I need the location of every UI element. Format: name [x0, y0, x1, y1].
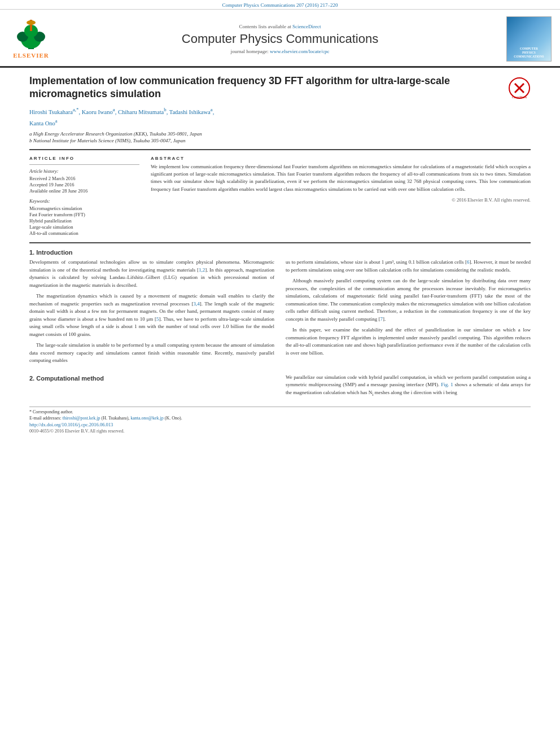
keyword-4: Large-scale simulation — [29, 224, 139, 230]
footnote-corresponding: * Corresponding author. — [29, 409, 531, 414]
intro-col-right: us to perform simulations, whose size is… — [286, 259, 531, 368]
author-tsukahara: Hiroshi Tsukahara — [29, 108, 73, 115]
svg-point-6 — [27, 20, 36, 25]
intro-p2: The magnetization dynamics which is caus… — [29, 292, 274, 338]
footnote-area: * Corresponding author. E-mail addresses… — [29, 407, 531, 434]
elsevier-logo: ELSEVIER — [11, 20, 51, 59]
intro-col2-p1: us to perform simulations, whose size is… — [286, 259, 531, 274]
author-mitsumata: Chiharu Mitsumata — [118, 108, 164, 115]
journal-cover-image: COMPUTER PHYSICS COMMUNICATIONS — [506, 16, 552, 62]
journal-title: Computer Physics Communications — [182, 32, 378, 46]
author-iwano: Kaoru Iwano — [82, 108, 113, 115]
issn-line: 0010-4655/© 2016 Elsevier B.V. All right… — [29, 429, 531, 434]
comp-method-col-left: 2. Computational method — [29, 374, 274, 401]
intro-heading: 1. Introduction — [29, 249, 531, 256]
divider-info — [29, 164, 139, 165]
info-abstract-section: ARTICLE INFO Article history: Received 2… — [29, 156, 531, 237]
article-info-col: ARTICLE INFO Article history: Received 2… — [29, 156, 139, 237]
article-title-section: Implementation of low communication freq… — [29, 75, 531, 101]
affiliation-a: a High Energy Accelerator Research Organ… — [29, 131, 531, 137]
footnote-email: E-mail addresses: thiroshi@post.kek.jp (… — [29, 416, 531, 421]
keywords-label: Keywords: — [29, 198, 139, 204]
email-link-ono[interactable]: kanta.ono@kek.jp — [130, 416, 163, 421]
comp-method-heading: 2. Computational method — [29, 374, 274, 383]
section-introduction: 1. Introduction Developments of computat… — [29, 249, 531, 368]
intro-col2-p3: In this paper, we examine the scalabilit… — [286, 326, 531, 357]
divider-body-start — [29, 242, 531, 243]
keyword-2: Fast Fourier transform (FFT) — [29, 212, 139, 217]
history-label: Article history: — [29, 168, 139, 174]
keyword-5: All-to-all communication — [29, 230, 139, 236]
comp-method-p1: We parallelize our simulation code with … — [286, 374, 531, 397]
elsevier-text: ELSEVIER — [13, 52, 49, 59]
affiliation-b: b National Institute for Materials Scien… — [29, 138, 531, 143]
comp-method-col-right: We parallelize our simulation code with … — [286, 374, 531, 401]
keyword-3: Hybrid parallelization — [29, 218, 139, 224]
authors-line: Hiroshi Tsukaharaa,*, Kaoru Iwanoa, Chih… — [29, 106, 531, 129]
contents-line: Contents lists available at ScienceDirec… — [239, 24, 321, 29]
article-info-label: ARTICLE INFO — [29, 156, 139, 161]
keyword-1: Micromagnetics simulation — [29, 206, 139, 211]
accepted-date: Accepted 19 June 2016 — [29, 182, 139, 187]
journal-reference-text: Computer Physics Communications 207 (201… — [222, 2, 338, 8]
journal-reference-bar: Computer Physics Communications 207 (201… — [0, 0, 560, 10]
author-ono: Kanta Ono — [29, 120, 55, 126]
comp-method-layout: 2. Computational method We parallelize o… — [29, 374, 531, 401]
email-link-tsukahara[interactable]: thiroshi@post.kek.jp — [63, 416, 100, 421]
journal-header-center: Contents lists available at ScienceDirec… — [62, 14, 498, 64]
doi-link: http://dx.doi.org/10.1016/j.cpc.2016.06.… — [29, 422, 531, 427]
elsevier-tree-icon — [11, 20, 51, 51]
elsevier-logo-area: ELSEVIER — [0, 14, 62, 64]
intro-p1: Developments of computational technologi… — [29, 259, 274, 289]
abstract-paragraph: We implement low communication frequency… — [151, 163, 531, 193]
copyright-text: © 2016 Elsevier B.V. All rights reserved… — [151, 196, 531, 203]
intro-col-left: Developments of computational technologi… — [29, 259, 274, 368]
homepage-line: journal homepage: www.elsevier.com/locat… — [231, 49, 330, 54]
abstract-col: ABSTRACT We implement low communication … — [151, 156, 531, 237]
section-computational: 2. Computational method We parallelize o… — [29, 374, 531, 401]
divider-thick — [29, 149, 531, 150]
homepage-link[interactable]: www.elsevier.com/locate/cpc — [270, 49, 329, 54]
cover-text: COMPUTER PHYSICS COMMUNICATIONS — [514, 47, 544, 59]
article-content: Implementation of low communication freq… — [0, 68, 560, 444]
intro-p3: The large-scale simulation is unable to … — [29, 342, 274, 365]
intro-col2-p2: Although massively parallel computing sy… — [286, 277, 531, 323]
intro-body: Developments of computational technologi… — [29, 259, 531, 368]
author-ishikawa: Tadashi Ishikawa — [169, 108, 211, 115]
article-title: Implementation of low communication freq… — [29, 75, 502, 101]
available-date: Available online 28 June 2016 — [29, 188, 139, 194]
abstract-label: ABSTRACT — [151, 156, 531, 161]
crossmark-icon: CrossMark — [508, 77, 531, 99]
journal-cover-area: COMPUTER PHYSICS COMMUNICATIONS — [498, 14, 560, 64]
journal-header: ELSEVIER Contents lists available at Sci… — [0, 10, 560, 68]
sciencedirect-link[interactable]: ScienceDirect — [292, 24, 321, 29]
received-date: Received 2 March 2016 — [29, 176, 139, 181]
svg-text:CrossMark: CrossMark — [512, 95, 527, 99]
abstract-text: We implement low communication frequency… — [151, 163, 531, 203]
